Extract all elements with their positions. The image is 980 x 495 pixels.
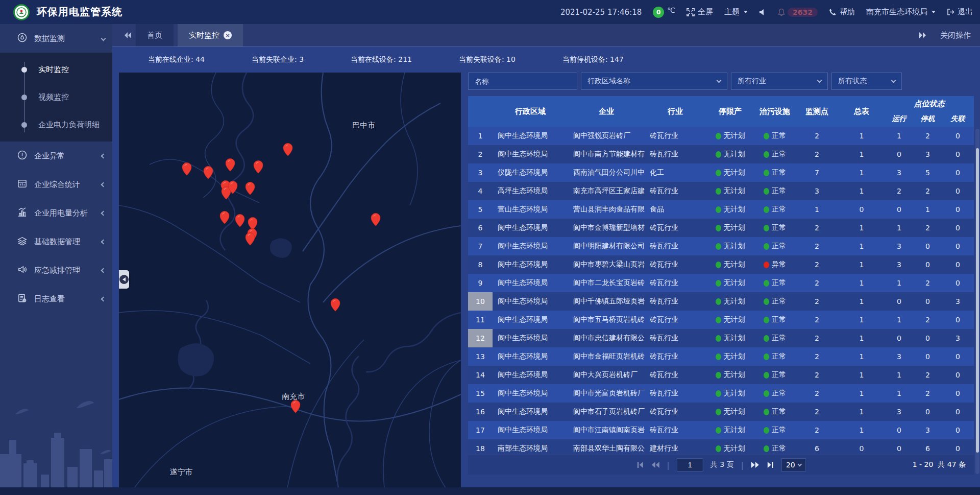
temperature: 0 ℃ bbox=[653, 7, 675, 18]
name-filter-input[interactable] bbox=[475, 77, 571, 85]
cell-run: 2 bbox=[885, 182, 914, 200]
industry-filter-select[interactable]: 所有行业 bbox=[731, 73, 828, 90]
first-page-button[interactable] bbox=[636, 461, 644, 468]
map-pin-icon[interactable] bbox=[220, 211, 230, 224]
table-row[interactable]: 1阆中生态环境局阆中强锐页岩砖厂砖瓦行业无计划正常21120 bbox=[468, 127, 974, 145]
chevron-left-icon bbox=[101, 153, 106, 158]
cell-lost: 0 bbox=[942, 347, 974, 366]
cell-run: 0 bbox=[885, 200, 914, 219]
table-row[interactable]: 15阆中生态环境局阆中市光富页岩机砖厂砖瓦行业无计划正常21120 bbox=[468, 384, 974, 403]
status-filter-select[interactable]: 所有状态 bbox=[831, 73, 902, 90]
cell-stop: 2 bbox=[914, 274, 942, 292]
enterprise-table: 行政区域 企业 行业 停限产 治污设施 监测点 总表 点位状态 运行 bbox=[468, 96, 974, 453]
map-pin-icon[interactable] bbox=[225, 158, 235, 172]
stat-3: 当前失联设备: 10 bbox=[459, 55, 516, 64]
sidebar-subitem-0-1[interactable]: 视频监控 bbox=[0, 83, 112, 111]
sidebar-subitem-0-0[interactable]: 实时监控 bbox=[0, 56, 112, 83]
tab-close-icon[interactable]: × bbox=[224, 31, 232, 39]
map-pin-icon[interactable] bbox=[228, 181, 238, 194]
next-page-button[interactable] bbox=[751, 461, 760, 468]
bell-icon bbox=[777, 8, 786, 16]
table-row[interactable]: 3仪陇生态环境局西南油气田分公司川中化工无计划正常71350 bbox=[468, 163, 974, 182]
map-roads-layer bbox=[119, 73, 461, 488]
logout-button[interactable]: 退出 bbox=[947, 7, 973, 17]
table-row[interactable]: 16阆中生态环境局阆中市石子页岩机砖厂砖瓦行业无计划正常21300 bbox=[468, 403, 974, 421]
table-row[interactable]: 18南部生态环境局南部县双华土陶有限公建材行业无计划正常60060 bbox=[468, 439, 974, 453]
bullet-icon bbox=[21, 95, 27, 100]
sidebar-item-6[interactable]: 日志查看 bbox=[0, 285, 112, 313]
table-row[interactable]: 5营山生态环境局营山县润丰肉食品有限食品无计划正常10010 bbox=[468, 200, 974, 219]
theme-dropdown[interactable]: 主题 bbox=[724, 7, 748, 17]
cell-points: 2 bbox=[795, 274, 839, 292]
table-scrollbar[interactable] bbox=[975, 129, 979, 474]
row-number: 14 bbox=[468, 366, 493, 384]
mute-button[interactable] bbox=[759, 9, 766, 16]
close-operations-button[interactable]: 关闭操作 bbox=[940, 31, 971, 40]
table-row[interactable]: 11阆中生态环境局阆中市五马桥页岩机砖砖瓦行业无计划正常21120 bbox=[468, 311, 974, 329]
range-summary: 1 - 20 共 47 条 bbox=[913, 460, 966, 469]
notifications-button[interactable]: 2632 bbox=[777, 8, 818, 17]
cell-lost: 0 bbox=[942, 200, 974, 219]
sidebar-item-5[interactable]: 应急减排管理 bbox=[0, 256, 112, 285]
map-city-label: 遂宁市 bbox=[169, 467, 192, 477]
cell-industry: 砖瓦行业 bbox=[645, 311, 706, 329]
table-row[interactable]: 17阆中生态环境局阆中市江南镇阆南页岩砖瓦行业无计划正常21030 bbox=[468, 421, 974, 439]
table-row[interactable]: 10阆中生态环境局阆中千佛镇五郎垭页岩砖瓦行业无计划正常21003 bbox=[468, 292, 974, 311]
table-row[interactable]: 14阆中生态环境局阆中大兴页岩机砖厂砖瓦行业无计划正常21120 bbox=[468, 366, 974, 384]
status-dot-green bbox=[764, 170, 769, 176]
table-row[interactable]: 6阆中生态环境局阆中市金博瑞新型墙材砖瓦行业无计划正常21120 bbox=[468, 219, 974, 237]
cell-company: 阆中市南方节能建材有 bbox=[568, 145, 645, 163]
page-number-input[interactable] bbox=[677, 458, 703, 472]
map-panel[interactable]: 巴中市南充市遂宁市 bbox=[119, 73, 461, 488]
table-row[interactable]: 13阆中生态环境局阆中市金福旺页岩机砖砖瓦行业无计划正常21300 bbox=[468, 347, 974, 366]
sidebar-item-3[interactable]: 企业用电量分析 bbox=[0, 199, 112, 227]
map-pin-icon[interactable] bbox=[203, 166, 213, 179]
name-filter-field[interactable] bbox=[468, 73, 577, 90]
map-pin-icon[interactable] bbox=[246, 232, 255, 246]
chart-icon bbox=[17, 207, 27, 219]
table-row[interactable]: 7阆中生态环境局阆中明阳建材有限公司砖瓦行业无计划正常21300 bbox=[468, 237, 974, 255]
page-size-select[interactable]: 20 bbox=[781, 458, 806, 472]
help-button[interactable]: 帮助 bbox=[829, 7, 855, 17]
tabs-scroll-right-button[interactable] bbox=[919, 32, 927, 39]
last-page-button[interactable] bbox=[767, 461, 774, 468]
tab-home[interactable]: 首页 bbox=[136, 24, 174, 46]
status-dot-green bbox=[716, 188, 721, 195]
table-row[interactable]: 4高坪生态环境局南充市高坪区王家店建砖瓦行业无计划正常31220 bbox=[468, 182, 974, 200]
sidebar-item-1[interactable]: 企业异常 bbox=[0, 142, 112, 170]
map-pin-icon[interactable] bbox=[253, 160, 263, 174]
sidebar-item-4[interactable]: 基础数据管理 bbox=[0, 227, 112, 256]
cell-industry: 建材行业 bbox=[645, 439, 706, 453]
prev-page-button[interactable] bbox=[651, 461, 659, 468]
map-pin-icon[interactable] bbox=[182, 162, 192, 176]
map-pin-icon[interactable] bbox=[283, 143, 292, 156]
cell-stop: 0 bbox=[914, 329, 942, 347]
tabs-scroll-left-button[interactable] bbox=[124, 32, 132, 39]
map-pin-icon[interactable] bbox=[246, 182, 255, 195]
tab-realtime-monitor[interactable]: 实时监控 × bbox=[178, 24, 243, 46]
cell-limit-status: 无计划 bbox=[706, 274, 754, 292]
scrollbar-thumb[interactable] bbox=[976, 148, 979, 453]
org-dropdown[interactable]: 南充市生态环境局 bbox=[866, 7, 936, 17]
cell-stop: 0 bbox=[914, 255, 942, 274]
chevron-down-icon bbox=[717, 78, 722, 83]
sidebar-item-0[interactable]: 数据监测 bbox=[0, 24, 112, 53]
region-filter-select[interactable]: 行政区域名称 bbox=[581, 73, 727, 90]
map-pin-icon[interactable] bbox=[371, 213, 381, 226]
sidebar-item-2[interactable]: 企业综合统计 bbox=[0, 170, 112, 199]
map-pin-icon[interactable] bbox=[290, 400, 300, 413]
map-pin-icon[interactable] bbox=[331, 298, 340, 312]
table-row[interactable]: 9阆中生态环境局阆中市二龙长宝页岩砖砖瓦行业无计划正常21120 bbox=[468, 274, 974, 292]
sidebar-subitem-0-2[interactable]: 企业电力负荷明细 bbox=[0, 111, 112, 138]
fullscreen-button[interactable]: 全屏 bbox=[687, 7, 713, 17]
map-pin-icon[interactable] bbox=[235, 214, 245, 227]
map-collapse-handle[interactable] bbox=[119, 270, 129, 289]
status-dot-green bbox=[764, 243, 769, 250]
sidebar: 数据监测实时监控视频监控企业电力负荷明细企业异常企业综合统计企业用电量分析基础数… bbox=[0, 24, 112, 495]
cell-industry: 砖瓦行业 bbox=[645, 366, 706, 384]
table-row[interactable]: 2阆中生态环境局阆中市南方节能建材有砖瓦行业无计划正常21030 bbox=[468, 145, 974, 163]
table-row[interactable]: 8阆中生态环境局阆中市枣碧大梁山页岩砖瓦行业无计划异常21300 bbox=[468, 255, 974, 274]
table-row[interactable]: 12阆中生态环境局阆中市忠信建材有限公砖瓦行业无计划正常21003 bbox=[468, 329, 974, 347]
status-dot-green bbox=[764, 298, 769, 305]
cell-region: 阆中生态环境局 bbox=[493, 145, 568, 163]
